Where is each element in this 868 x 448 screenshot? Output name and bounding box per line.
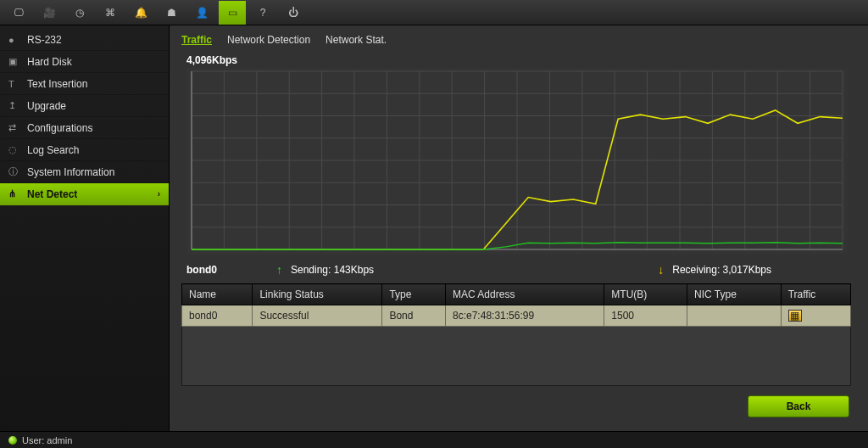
col-mac-address[interactable]: MAC Address <box>446 284 604 305</box>
tab-traffic[interactable]: Traffic <box>181 34 212 48</box>
status-dot-icon <box>8 436 17 445</box>
sidebar-item-label: System Information <box>27 166 114 178</box>
col-linking-status[interactable]: Linking Status <box>253 284 382 305</box>
sidebar-item-label: Text Insertion <box>27 78 87 90</box>
sidebar-item-label: Log Search <box>27 144 79 156</box>
sidebar-item-rs-232[interactable]: ●RS-232 <box>0 29 169 51</box>
chevron-right-icon: › <box>158 189 160 199</box>
status-bar: User: admin <box>0 431 868 448</box>
toolbar-network-icon[interactable]: ⌘ <box>97 1 124 25</box>
table-row[interactable]: bond0SuccessfulBond8c:e7:48:31:56:991500… <box>182 305 851 327</box>
back-button[interactable]: Back <box>748 395 849 417</box>
cell-mtu: 1500 <box>604 305 687 327</box>
sidebar-icon: ⓘ <box>8 165 22 178</box>
sidebar-item-log-search[interactable]: ◌Log Search <box>0 139 169 161</box>
table-empty-area <box>181 327 851 386</box>
y-axis-max-label: 4,096Kbps <box>186 54 856 66</box>
sidebar-item-label: Hard Disk <box>27 56 72 68</box>
sidebar-item-label: Upgrade <box>27 100 66 112</box>
sidebar: ●RS-232▣Hard DiskTText Insertion↥Upgrade… <box>0 25 170 431</box>
col-traffic[interactable]: Traffic <box>781 284 850 305</box>
cell-traffic[interactable]: ▦ <box>781 305 850 327</box>
traffic-chart <box>186 68 848 255</box>
sidebar-icon: ⇄ <box>8 122 22 133</box>
sidebar-item-system-information[interactable]: ⓘSystem Information <box>0 161 169 183</box>
sending-label: Sending: 143Kbps <box>291 264 374 276</box>
chart-legend: bond0 ↑ Sending: 143Kbps ↓ Receiving: 3,… <box>186 263 848 277</box>
cell-name: bond0 <box>182 305 253 327</box>
toolbar-battery-icon[interactable]: ▭ <box>219 1 246 25</box>
sidebar-item-net-detect[interactable]: ⋔Net Detect› <box>0 183 169 205</box>
sidebar-item-hard-disk[interactable]: ▣Hard Disk <box>0 51 169 73</box>
sidebar-item-label: RS-232 <box>27 34 62 46</box>
sidebar-icon: ◌ <box>8 144 22 155</box>
cell-mac: 8c:e7:48:31:56:99 <box>446 305 604 327</box>
sidebar-item-label: Configurations <box>27 122 92 134</box>
receiving-label: Receiving: 3,017Kbps <box>672 264 771 276</box>
sidebar-item-label: Net Detect <box>27 188 77 200</box>
cell-nic <box>687 305 782 327</box>
toolbar-bell-icon[interactable]: 🔔 <box>127 1 154 25</box>
cell-type: Bond <box>382 305 446 327</box>
sidebar-icon: T <box>8 79 22 89</box>
toolbar-monitor-icon[interactable]: 🖵 <box>5 1 32 25</box>
tab-strip: TrafficNetwork DetectionNetwork Stat. <box>181 34 856 48</box>
col-nic-type[interactable]: NIC Type <box>687 284 782 305</box>
top-toolbar: 🖵🎥◷⌘🔔☗👤▭?⏻ <box>0 0 868 25</box>
sidebar-icon: ↥ <box>8 100 22 111</box>
sidebar-item-text-insertion[interactable]: TText Insertion <box>0 73 169 95</box>
col-mtu-b-[interactable]: MTU(B) <box>604 284 687 305</box>
cell-status: Successful <box>253 305 382 327</box>
sidebar-icon: ▣ <box>8 56 22 67</box>
sidebar-item-configurations[interactable]: ⇄Configurations <box>0 117 169 139</box>
nic-table: NameLinking StatusTypeMAC AddressMTU(B)N… <box>181 283 851 386</box>
toolbar-user-shield-icon[interactable]: ☗ <box>158 1 185 25</box>
traffic-icon[interactable]: ▦ <box>788 310 802 322</box>
toolbar-camera-icon[interactable]: 🎥 <box>36 1 63 25</box>
col-name[interactable]: Name <box>182 284 253 305</box>
sidebar-icon: ● <box>8 35 22 45</box>
toolbar-person-icon[interactable]: 👤 <box>188 1 215 25</box>
status-user: User: admin <box>22 435 72 445</box>
arrow-down-icon: ↓ <box>658 263 664 277</box>
interface-name: bond0 <box>186 264 217 276</box>
tab-network-stat-[interactable]: Network Stat. <box>326 34 387 48</box>
toolbar-power-icon[interactable]: ⏻ <box>280 1 307 25</box>
toolbar-help-icon[interactable]: ? <box>249 1 276 25</box>
sidebar-item-upgrade[interactable]: ↥Upgrade <box>0 95 169 117</box>
arrow-up-icon: ↑ <box>276 263 282 277</box>
col-type[interactable]: Type <box>382 284 446 305</box>
tab-network-detection[interactable]: Network Detection <box>227 34 310 48</box>
sidebar-icon: ⋔ <box>8 188 22 199</box>
content-pane: TrafficNetwork DetectionNetwork Stat. 4,… <box>170 25 868 431</box>
toolbar-clock-icon[interactable]: ◷ <box>66 1 93 25</box>
